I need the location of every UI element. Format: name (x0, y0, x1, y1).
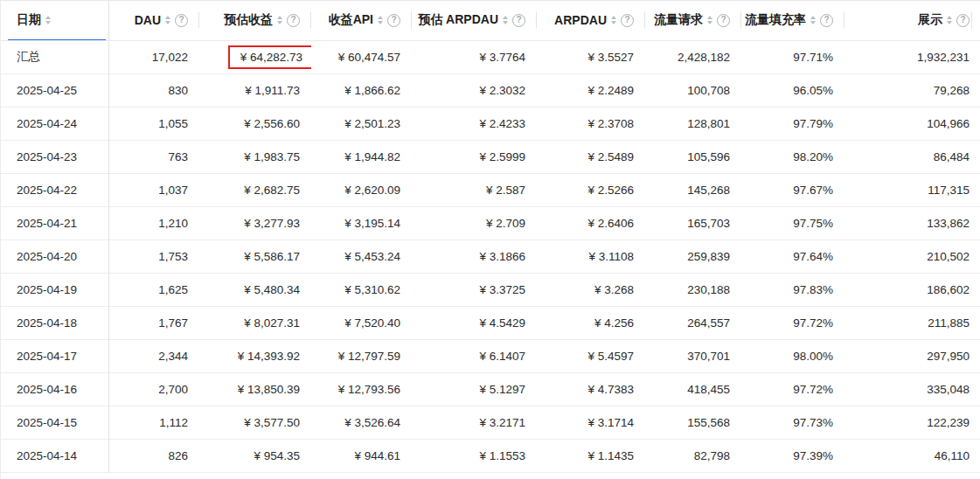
cell-dau: 826 (109, 439, 199, 472)
cell-value: ¥ 4.7383 (587, 383, 634, 396)
table-row: 2025-04-221,037¥ 2,682.75¥ 2,620.09¥ 2.5… (1, 173, 980, 206)
cell-value: ¥ 5,310.62 (344, 283, 400, 296)
help-icon[interactable]: ? (820, 14, 833, 27)
cell-estimated-arpdau: ¥ 2.5999 (412, 140, 537, 173)
cell-traffic-requests: 418,455 (645, 372, 741, 406)
cell-value: 1,037 (158, 184, 188, 197)
sort-caret-icon[interactable] (947, 16, 952, 24)
cell-arpdau: ¥ 2.5489 (537, 140, 645, 173)
help-icon[interactable]: ? (956, 14, 970, 27)
caret-up-icon (45, 16, 51, 19)
cell-fill-rate: 97.71% (741, 40, 844, 73)
table-row: 2025-04-181,767¥ 8,027.31¥ 7,520.40¥ 4.5… (1, 306, 980, 339)
cell-dau: 1,055 (109, 107, 199, 140)
cell-value: 97.71% (793, 51, 833, 64)
column-header-arpdau[interactable]: ARPDAU? (537, 1, 645, 40)
cell-value: 830 (168, 84, 188, 97)
column-header-estimated-arpdau[interactable]: 预估 ARPDAU? (412, 1, 537, 40)
column-label-fill-rate: 流量填充率 (745, 12, 806, 28)
cell-fill-rate: 97.39% (741, 439, 844, 472)
help-icon[interactable]: ? (287, 14, 300, 27)
cell-value: ¥ 6.1407 (479, 350, 525, 363)
cell-dau: 2,344 (109, 339, 199, 372)
cell-revenue-api: ¥ 944.61 (311, 439, 412, 472)
sort-caret-icon[interactable] (45, 16, 51, 24)
cell-dau: 1,753 (109, 240, 199, 273)
cell-arpdau: ¥ 5.4597 (537, 339, 645, 372)
cell-value: ¥ 5,480.34 (244, 283, 300, 296)
cell-value: 2025-04-24 (17, 117, 77, 130)
column-label-estimated-revenue: 预估收益 (224, 12, 273, 28)
cell-value: ¥ 8,027.31 (244, 316, 300, 330)
cell-date: 2025-04-17 (1, 339, 109, 372)
cell-value: ¥ 1,911.73 (245, 84, 300, 97)
summary-row: 汇总17,022¥ 64,282.73¥ 60,474.57¥ 3.7764¥ … (1, 40, 980, 73)
sort-caret-icon[interactable] (277, 16, 282, 24)
cell-revenue-api: ¥ 1,944.82 (311, 140, 412, 173)
cell-value: 128,801 (687, 117, 730, 130)
sort-caret-icon[interactable] (810, 16, 816, 24)
cell-value: 97.67% (793, 184, 833, 197)
column-header-impressions[interactable]: 展示? (844, 1, 980, 40)
help-icon[interactable]: ? (175, 14, 188, 27)
cell-value: ¥ 2.4233 (479, 117, 525, 130)
cell-fill-rate: 97.72% (741, 372, 844, 406)
cell-traffic-requests: 230,188 (645, 273, 741, 306)
column-header-fill-rate[interactable]: 流量填充率? (741, 1, 844, 40)
help-icon[interactable]: ? (621, 14, 634, 27)
cell-estimated-revenue: ¥ 3,277.93 (199, 206, 311, 240)
cell-arpdau: ¥ 2.3708 (537, 107, 645, 140)
caret-down-icon (45, 21, 51, 24)
cell-value: ¥ 4.256 (594, 316, 634, 330)
cell-estimated-arpdau: ¥ 3.1866 (412, 240, 537, 273)
cell-value: ¥ 3.3725 (479, 283, 525, 296)
cell-traffic-requests: 155,568 (645, 406, 741, 439)
sort-caret-icon[interactable] (503, 16, 508, 24)
cell-value: ¥ 1.1553 (479, 449, 525, 462)
cell-revenue-api: ¥ 5,310.62 (311, 273, 412, 306)
cell-arpdau: ¥ 3.1108 (537, 240, 645, 273)
sort-caret-icon[interactable] (707, 16, 712, 24)
cell-estimated-arpdau: ¥ 4.5429 (412, 306, 537, 339)
cell-value: 96.05% (793, 84, 833, 97)
help-icon[interactable]: ? (512, 14, 525, 27)
cell-value: ¥ 5,586.17 (244, 250, 300, 263)
column-header-revenue-api[interactable]: 收益API? (311, 1, 412, 40)
cell-revenue-api: ¥ 3,526.64 (311, 406, 412, 439)
cell-value: 145,268 (687, 184, 730, 197)
cell-dau: 2,700 (109, 372, 199, 406)
cell-value: 1,767 (158, 316, 188, 330)
cell-dau: 17,022 (109, 40, 199, 73)
cell-value: ¥ 13,850.39 (238, 383, 300, 396)
sort-caret-icon[interactable] (378, 16, 383, 24)
cell-value: ¥ 3,277.93 (244, 217, 300, 230)
cell-revenue-api: ¥ 7,520.40 (311, 306, 412, 339)
cell-estimated-arpdau: ¥ 2.4233 (412, 107, 537, 140)
cell-value: 104,966 (927, 117, 970, 130)
caret-up-icon (378, 16, 383, 19)
caret-down-icon (165, 21, 170, 24)
cell-impressions: 297,950 (844, 339, 980, 372)
cell-fill-rate: 97.83% (741, 273, 844, 306)
cell-fill-rate: 96.05% (741, 73, 844, 107)
cell-value: 2025-04-14 (17, 449, 77, 462)
help-icon[interactable]: ? (717, 14, 730, 27)
cell-date: 2025-04-22 (1, 173, 109, 206)
column-label-dau: DAU (135, 13, 161, 27)
help-icon[interactable]: ? (387, 14, 400, 27)
caret-down-icon (503, 21, 508, 24)
column-header-traffic-requests[interactable]: 流量请求? (645, 1, 741, 40)
cell-value: 98.00% (793, 350, 833, 363)
cell-traffic-requests: 128,801 (645, 107, 741, 140)
sort-caret-icon[interactable] (611, 16, 616, 24)
cell-value: 2025-04-17 (17, 350, 77, 363)
cell-value: 2025-04-25 (17, 84, 77, 97)
column-header-estimated-revenue[interactable]: 预估收益? (199, 1, 311, 40)
sort-caret-icon[interactable] (165, 16, 170, 24)
cell-revenue-api: ¥ 12,793.56 (311, 372, 412, 406)
column-header-date[interactable]: 日期 (1, 1, 109, 40)
cell-value: 86,484 (934, 150, 970, 163)
caret-up-icon (810, 16, 816, 19)
column-header-dau[interactable]: DAU? (109, 1, 199, 40)
cell-value: 1,210 (158, 217, 188, 230)
